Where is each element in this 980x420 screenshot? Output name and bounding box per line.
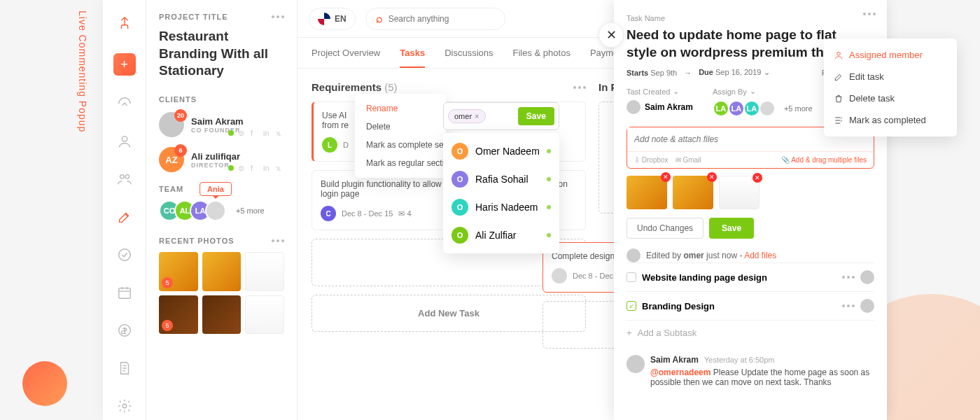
remove-icon[interactable]: ✕	[752, 173, 762, 183]
tab-discussions[interactable]: Discussions	[444, 48, 493, 68]
photos-label: RECENT PHOTOS	[159, 237, 234, 245]
svg-point-6	[122, 404, 127, 408]
photo-thumb[interactable]	[202, 252, 241, 291]
badge: 20	[174, 109, 187, 122]
photo-thumb[interactable]	[245, 252, 284, 291]
assign-dropdown: omer × Save OOmer Nadeem ORafia Sohail O…	[443, 102, 559, 253]
gmail-icon[interactable]: ✉ Gmail	[676, 156, 701, 164]
check-icon[interactable]	[115, 245, 134, 265]
dashboard-icon[interactable]	[115, 94, 134, 113]
column-menu[interactable]	[573, 86, 586, 89]
column-title: Requirements (5)	[312, 81, 398, 93]
plus-icon: +	[626, 328, 632, 338]
facebook-icon[interactable]: f	[251, 164, 259, 172]
twitter-icon[interactable]: 𝕩	[276, 129, 284, 137]
language-selector[interactable]: EN	[309, 8, 356, 30]
more-icon[interactable]	[272, 15, 284, 18]
document-icon[interactable]	[115, 358, 134, 378]
avatar	[626, 248, 640, 262]
settings-icon[interactable]	[115, 396, 134, 416]
tab-files[interactable]: Files & photos	[513, 48, 570, 68]
skype-icon[interactable]: ⊜	[238, 164, 246, 172]
search-box[interactable]: ⌕	[365, 8, 505, 30]
save-button[interactable]: Save	[709, 218, 754, 239]
assign-option[interactable]: ORafia Sohail	[443, 165, 559, 193]
assign-more[interactable]: +5 more	[784, 104, 813, 113]
linkedin-icon[interactable]: in	[263, 129, 272, 137]
menu-delete-task[interactable]: Delete task	[824, 88, 957, 109]
subtask-item[interactable]: ✓ Branding Design	[626, 291, 874, 320]
menu-complete[interactable]: Mark as complete sect	[355, 136, 446, 154]
menu-delete[interactable]: Delete	[355, 118, 446, 136]
chevron-down-icon[interactable]: ⌄	[764, 68, 770, 76]
money-icon[interactable]	[115, 321, 134, 340]
calendar-icon[interactable]	[115, 283, 134, 302]
user-icon[interactable]	[115, 132, 134, 151]
linkedin-icon[interactable]: in	[263, 164, 272, 172]
arrow-icon: →	[684, 69, 692, 77]
more-icon[interactable]	[842, 276, 855, 279]
menu-mark-completed[interactable]: Mark as completed	[824, 109, 957, 131]
photo-thumb[interactable]: 5	[159, 252, 198, 291]
remove-chip[interactable]: ×	[475, 112, 479, 120]
decor-blob	[22, 361, 67, 406]
checkbox[interactable]	[626, 272, 636, 282]
menu-edit-task[interactable]: Edit task	[824, 66, 957, 88]
skype-icon[interactable]: ⊜	[238, 129, 246, 137]
dropbox-icon[interactable]: ⇩ Dropbox	[634, 156, 668, 164]
assign-chip[interactable]: omer ×	[448, 109, 486, 123]
chevron-down-icon[interactable]: ⌄	[673, 87, 679, 96]
team-more[interactable]: +5 more	[236, 206, 265, 215]
assign-option[interactable]: OAli Zulfiar	[443, 221, 559, 249]
checkbox[interactable]: ✓	[626, 301, 636, 311]
subtask-item[interactable]: Website landing page design	[626, 262, 874, 291]
team-icon[interactable]	[115, 169, 134, 189]
photo-thumb[interactable]: 5	[159, 295, 198, 335]
created-label: Tast Created ⌄	[626, 87, 693, 96]
add-subtask[interactable]: + Add a Subtask	[626, 320, 874, 345]
assign-option[interactable]: OHaris Nadeem	[443, 193, 559, 221]
more-icon[interactable]	[842, 304, 855, 307]
remove-icon[interactable]: ✕	[707, 172, 717, 182]
tab-tasks[interactable]: Tasks	[400, 48, 425, 68]
assign-option[interactable]: OOmer Nadeem	[443, 137, 559, 165]
menu-rename[interactable]: Rename	[355, 99, 446, 118]
team-avatar[interactable]: Ania	[205, 200, 226, 221]
online-dot	[547, 205, 551, 209]
avatar	[552, 268, 567, 284]
attachment-thumb[interactable]: ✕	[673, 176, 713, 209]
avatar[interactable]: LA	[713, 100, 729, 117]
tab-overview[interactable]: Project Overview	[312, 48, 380, 68]
svg-point-7	[837, 52, 841, 55]
menu-assigned-member[interactable]: Assigned member	[824, 44, 957, 66]
avatar[interactable]: LA	[728, 100, 745, 117]
client-item[interactable]: AZ 6 Ali zulifiqar DIRECTOR ⊜ f in 𝕩	[159, 147, 284, 172]
assign-save-button[interactable]: Save	[518, 107, 554, 125]
chevron-down-icon[interactable]: ⌄	[750, 87, 756, 96]
attach-hint[interactable]: 📎 Add & drag multiple files	[781, 156, 867, 164]
project-sidebar: PROJECT TITLE Restaurant Branding With a…	[146, 0, 298, 420]
photo-thumb[interactable]	[245, 295, 284, 335]
avatar[interactable]: LA	[743, 100, 760, 117]
online-dot	[547, 177, 551, 181]
add-button[interactable]: +	[113, 53, 136, 76]
svg-point-2	[125, 175, 129, 179]
close-button[interactable]: ✕	[598, 22, 624, 48]
edit-icon[interactable]	[115, 207, 134, 227]
task-name-label: Task Name	[626, 14, 874, 22]
photo-thumb[interactable]	[202, 295, 241, 335]
undo-button[interactable]: Undo Changes	[626, 218, 704, 239]
attachment-thumb[interactable]: ✕	[719, 176, 760, 209]
search-input[interactable]	[388, 14, 495, 24]
facebook-icon[interactable]: f	[251, 129, 259, 137]
team-row: CO AL LA Ania +5 more	[159, 200, 284, 221]
add-files-link[interactable]: Add files	[744, 251, 776, 260]
task-more-button[interactable]	[863, 13, 876, 15]
more-icon[interactable]	[272, 239, 284, 242]
client-item[interactable]: 20 Saim Akram CO FOUNDER ⊜ f in 𝕩	[159, 112, 284, 137]
menu-regular[interactable]: Mark as regular sectio	[355, 154, 446, 172]
attachment-thumb[interactable]: ✕	[626, 176, 667, 209]
avatar[interactable]	[759, 100, 776, 117]
twitter-icon[interactable]: 𝕩	[276, 164, 284, 172]
remove-icon[interactable]: ✕	[661, 172, 671, 182]
